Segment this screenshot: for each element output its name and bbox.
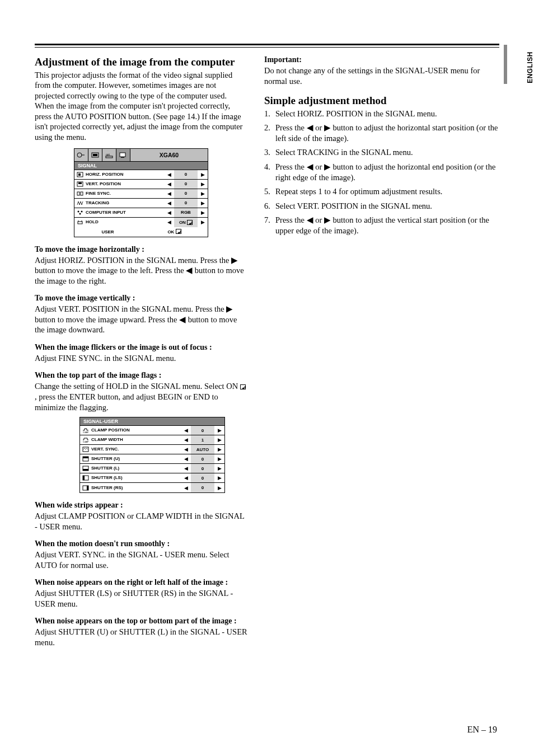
rule-thin — [35, 47, 499, 48]
step-item: 7.Press the ◀ or ▶ button to adjust the … — [264, 215, 499, 236]
side-bar — [504, 45, 507, 84]
svg-rect-16 — [78, 222, 82, 224]
arrow-right-icon: ▶ — [214, 485, 224, 491]
row-icon — [80, 447, 91, 452]
heading-flags: When the top part of the image flags : — [35, 371, 247, 380]
row-value: 0 — [191, 473, 214, 482]
menu-row: TRACKING◀0▶ — [74, 199, 208, 208]
row-label: SHUTTER (L) — [91, 466, 181, 471]
strips-body: Adjust CLAMP POSITION or CLAMP WIDTH in … — [35, 511, 247, 532]
arrow-right-icon: ▶ — [324, 162, 331, 171]
menu-section-label: SIGNAL — [74, 162, 208, 170]
flicker-body: Adjust FINE SYNC. in the SIGNAL menu. — [35, 353, 247, 364]
row-label: TRACKING — [86, 201, 164, 205]
row-label: HORIZ. POSITION — [86, 172, 164, 177]
motion-body: Adjust VERT. SYNC. in the SIGNAL - USER … — [35, 550, 247, 570]
tab-icon-3: opt. — [102, 149, 116, 161]
heading-motion: When the motion doesn't run smoothly : — [35, 539, 247, 548]
svg-rect-4 — [106, 156, 113, 158]
svg-rect-21 — [83, 457, 88, 458]
arrow-left-icon: ◀ — [181, 485, 191, 491]
rule-thick — [35, 44, 499, 45]
user-label: USER — [74, 229, 141, 234]
row-icon — [74, 172, 86, 177]
step-body: Select TRACKING in the SIGNAL menu. — [275, 147, 499, 158]
arrow-right-icon: ▶ — [214, 475, 224, 481]
step-number: 7. — [264, 215, 275, 236]
heading-simple-adjustment: Simple adjustment method — [264, 94, 499, 107]
step-item: 2.Press the ◀ or ▶ button to adjust the … — [264, 123, 499, 143]
svg-rect-2 — [93, 154, 97, 156]
tab-icon-4-active — [116, 149, 130, 161]
menu-row: CLAMPCLAMP POSITION◀0▶ — [80, 426, 224, 435]
heading-noise-lr: When noise appears on the right or left … — [35, 578, 247, 587]
arrow-left-icon: ◀ — [164, 172, 174, 177]
menu-rows: HORIZ. POSITION◀0▶ VERT. POSITION◀0▶ FIN… — [74, 170, 208, 227]
svg-rect-25 — [83, 476, 85, 480]
svg-rect-27 — [87, 486, 88, 490]
arrow-left-icon: ◀ — [164, 181, 174, 187]
heading-move-vertical: To move the image vertically : — [35, 294, 247, 303]
step-item: 5.Repeat steps 1 to 4 for optimum adjust… — [264, 186, 499, 197]
svg-rect-23 — [83, 469, 88, 471]
arrow-left-icon: ◀ — [307, 215, 313, 224]
intro-paragraph: This projector adjusts the format of the… — [35, 70, 247, 143]
row-value: 1 — [191, 435, 214, 444]
row-icon — [80, 456, 91, 462]
menu-row: HOLD◀ON ▶ — [74, 218, 208, 227]
row-value: 0 — [191, 454, 214, 463]
arrow-left-icon: ◀ — [164, 191, 174, 196]
step-number: 6. — [264, 201, 275, 212]
arrow-right-icon: ▶ — [198, 219, 208, 225]
step-item: 6.Select VERT. POSITION in the SIGNAL me… — [264, 201, 499, 212]
row-value: 0 — [191, 426, 214, 435]
row-icon — [80, 466, 91, 471]
menu-row: FINE SYNC.◀0▶ — [74, 189, 208, 199]
move-horizontal-body: Adjust HORIZ. POSITION in the SIGNAL men… — [35, 255, 247, 287]
row-label: HOLD — [86, 220, 164, 224]
row-value: 0 — [174, 180, 198, 189]
tab-icon-1 — [74, 149, 88, 161]
step-body: Press the ◀ or ▶ button to adjust the ho… — [275, 123, 499, 143]
menu-row: SHUTTER (L)◀0▶ — [80, 464, 224, 473]
step-number: 5. — [264, 186, 275, 197]
row-value: 0 — [174, 170, 198, 179]
row-value: RGB — [174, 208, 198, 217]
user-value: OK — [141, 229, 208, 234]
row-label: CLAMP WIDTH — [91, 438, 181, 442]
svg-point-14 — [81, 210, 83, 212]
menu-row: COMPUTER INPUT◀RGB▶ — [74, 208, 208, 218]
arrow-left-icon: ◀ — [181, 456, 191, 462]
menu-row: CLAMPCLAMP WIDTH◀1▶ — [80, 435, 224, 445]
noise-lr-body: Adjust SHUTTER (LS) or SHUTTER (RS) in t… — [35, 588, 247, 609]
svg-rect-6 — [121, 157, 124, 158]
page-number: EN – 19 — [467, 725, 497, 735]
row-value: AUTO — [191, 445, 214, 454]
row-label: CLAMP POSITION — [91, 428, 181, 433]
step-body: Repeat steps 1 to 4 for optimum adjustme… — [275, 186, 499, 197]
arrow-right-icon: ▶ — [214, 437, 224, 443]
step-number: 2. — [264, 123, 275, 143]
signal-menu-table: opt. XGA60 SIGNAL HORIZ. POSITION◀0▶ VER… — [74, 148, 208, 237]
row-value: 0 — [191, 464, 214, 473]
row-label: FINE SYNC. — [86, 191, 164, 196]
row-icon — [80, 485, 91, 491]
svg-text:CLAMP: CLAMP — [83, 441, 88, 443]
flags-body: Change the setting of HOLD in the SIGNAL… — [35, 381, 247, 412]
arrow-left-icon: ◀ — [307, 162, 313, 171]
row-icon — [74, 219, 86, 225]
step-body: Select HORIZ. POSITION in the SIGNAL men… — [275, 109, 499, 119]
arrow-left-icon: ◀ — [307, 123, 313, 132]
arrow-right-icon: ▶ — [214, 447, 224, 452]
menu-title: XGA60 — [130, 149, 208, 161]
row-label: VERT. POSITION — [86, 182, 164, 186]
row-icon — [74, 200, 86, 206]
row-icon: CLAMP — [80, 428, 91, 433]
menu-section-label: SIGNAL-USER — [80, 417, 224, 426]
row-icon — [74, 181, 86, 187]
arrow-left-icon: ◀ — [181, 447, 191, 452]
heading-flicker: When the image flickers or the image is … — [35, 343, 247, 352]
step-number: 4. — [264, 162, 275, 182]
arrow-right-icon: ▶ — [214, 466, 224, 471]
arrow-right-icon: ▶ — [198, 181, 208, 187]
